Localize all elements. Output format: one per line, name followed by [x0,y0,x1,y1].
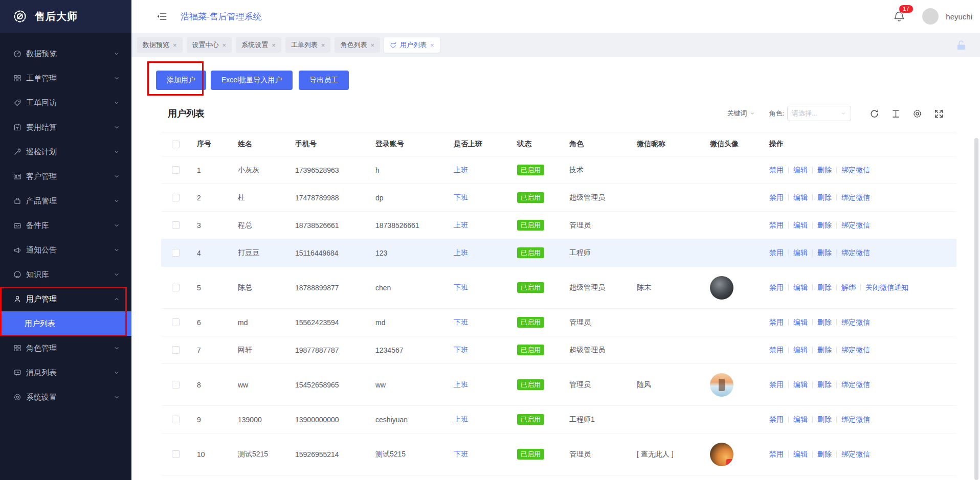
row-checkbox[interactable] [172,381,180,388]
shift-toggle-link[interactable]: 上班 [454,380,468,390]
row-checkbox[interactable] [172,194,180,201]
action-link[interactable]: 删除 [817,380,832,390]
unlock-icon[interactable] [955,39,967,51]
sidebar-item-customer-mgmt[interactable]: 客户管理 [0,164,131,189]
action-link[interactable]: 编辑 [793,318,808,327]
tab-system-settings[interactable]: 系统设置× [236,37,281,53]
menu-fold-icon[interactable] [156,12,167,21]
action-link[interactable]: 禁用 [769,166,784,175]
tab-user-list[interactable]: 用户列表× [384,37,440,53]
excel-import-button[interactable]: Excel批量导入用户 [211,71,293,90]
sidebar-item-parts-library[interactable]: 备件库 [0,213,131,238]
action-link[interactable]: 禁用 [769,415,784,424]
action-link[interactable]: 绑定微信 [841,415,870,424]
action-link[interactable]: 绑定微信 [841,318,870,327]
row-checkbox[interactable] [172,450,180,458]
action-link[interactable]: 禁用 [769,283,784,292]
action-link[interactable]: 编辑 [793,221,808,230]
action-link[interactable]: 删除 [817,283,832,292]
action-link[interactable]: 编辑 [793,248,808,258]
shift-toggle-link[interactable]: 上班 [454,166,468,175]
fullscreen-icon[interactable] [934,109,944,119]
row-checkbox[interactable] [172,346,180,354]
tab-role-list[interactable]: 角色列表× [335,37,380,53]
close-icon[interactable]: × [321,41,325,49]
sidebar-item-user-mgmt[interactable]: 用户管理 [0,287,131,311]
username[interactable]: heyuchi [946,12,972,21]
action-link[interactable]: 禁用 [769,450,784,459]
row-checkbox[interactable] [172,166,180,174]
action-link[interactable]: 编辑 [793,346,808,355]
close-icon[interactable]: × [173,41,177,49]
action-link[interactable]: 解绑 [841,283,856,292]
gear-icon[interactable] [912,109,922,119]
action-link[interactable]: 编辑 [793,450,808,459]
sidebar-subitem-user-list[interactable]: 用户列表 [0,311,131,336]
action-link[interactable]: 删除 [817,450,832,459]
sidebar-item-data-overview[interactable]: 数据预览 [0,41,131,66]
sidebar-item-inspection-plan[interactable]: 巡检计划 [0,140,131,164]
row-checkbox[interactable] [172,249,180,257]
tab-work-order-list[interactable]: 工单列表× [285,37,331,53]
close-icon[interactable]: × [272,41,276,49]
row-checkbox[interactable] [172,221,180,229]
shift-toggle-link[interactable]: 下班 [454,346,468,355]
sidebar-item-system-settings[interactable]: 系统设置 [0,385,131,409]
action-link[interactable]: 禁用 [769,318,784,327]
sidebar-item-knowledge-base[interactable]: 知识库 [0,262,131,287]
action-link[interactable]: 绑定微信 [841,380,870,390]
action-link[interactable]: 绑定微信 [841,221,870,230]
action-link[interactable]: 删除 [817,415,832,424]
sidebar-item-product-mgmt[interactable]: 产品管理 [0,189,131,213]
select-all-checkbox[interactable] [172,141,180,148]
row-checkbox[interactable] [172,284,180,291]
action-link[interactable]: 禁用 [769,221,784,230]
shift-toggle-link[interactable]: 下班 [454,318,468,327]
sidebar-item-role-mgmt[interactable]: 角色管理 [0,336,131,360]
close-icon[interactable]: × [222,41,227,49]
notification-bell[interactable]: 17 [894,11,905,22]
action-link[interactable]: 删除 [817,193,832,202]
role-select[interactable]: 请选择... [787,106,851,121]
row-checkbox[interactable] [172,416,180,423]
action-link[interactable]: 删除 [817,166,832,175]
scrollbar[interactable] [974,138,978,480]
export-staff-button[interactable]: 导出员工 [299,71,349,90]
close-icon[interactable]: × [430,41,434,49]
action-link[interactable]: 绑定微信 [841,248,870,258]
keyword-dropdown[interactable]: 关键词 [727,109,755,118]
sidebar-item-message-list[interactable]: 消息列表 [0,360,131,385]
action-link[interactable]: 绑定微信 [841,346,870,355]
sidebar-item-notices[interactable]: 通知公告 [0,238,131,262]
user-avatar[interactable] [922,8,939,25]
text-height-icon[interactable] [891,109,901,119]
sidebar-item-work-order-mgmt[interactable]: 工单管理 [0,66,131,90]
sidebar-item-order-revisit[interactable]: 工单回访 [0,90,131,115]
sidebar-item-fee-settlement[interactable]: 费用结算 [0,115,131,140]
action-link[interactable]: 编辑 [793,166,808,175]
close-icon[interactable]: × [370,41,374,49]
action-link[interactable]: 删除 [817,248,832,258]
add-user-button[interactable]: 添加用户 [156,71,206,90]
shift-toggle-link[interactable]: 下班 [454,283,468,292]
action-link[interactable]: 编辑 [793,380,808,390]
tab-data-overview[interactable]: 数据预览× [137,37,183,53]
refresh-icon[interactable] [870,109,879,119]
action-link[interactable]: 删除 [817,318,832,327]
action-link[interactable]: 编辑 [793,415,808,424]
refresh-icon[interactable] [390,42,396,49]
action-link[interactable]: 删除 [817,346,832,355]
shift-toggle-link[interactable]: 上班 [454,248,468,258]
action-link[interactable]: 禁用 [769,346,784,355]
action-link[interactable]: 绑定微信 [841,166,870,175]
action-link[interactable]: 禁用 [769,248,784,258]
action-link[interactable]: 绑定微信 [841,193,870,202]
shift-toggle-link[interactable]: 下班 [454,450,468,459]
tab-settings-center[interactable]: 设置中心× [187,37,232,53]
action-link[interactable]: 删除 [817,221,832,230]
shift-toggle-link[interactable]: 上班 [454,221,468,230]
shift-toggle-link[interactable]: 下班 [454,193,468,202]
action-link[interactable]: 编辑 [793,193,808,202]
action-link[interactable]: 禁用 [769,380,784,390]
action-link[interactable]: 绑定微信 [841,450,870,459]
